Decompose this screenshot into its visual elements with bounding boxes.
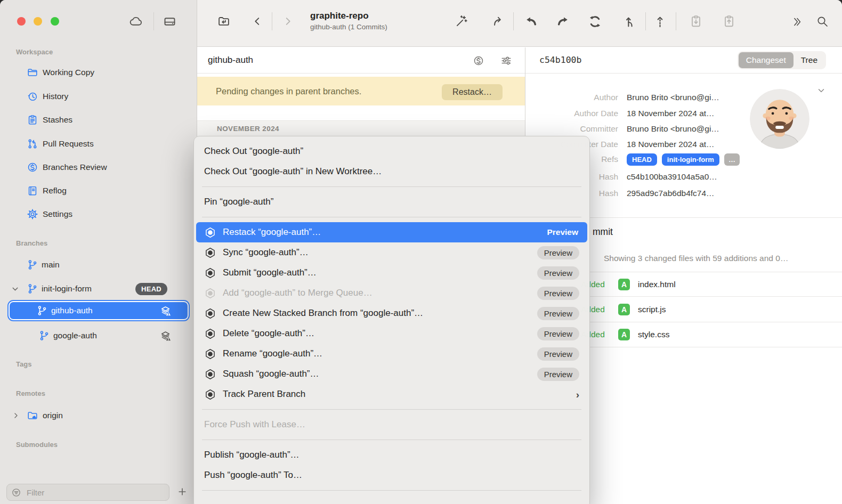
menu-item-track-parent[interactable]: Track Parent Branch ›	[194, 384, 589, 404]
chevron-left-icon	[252, 15, 263, 27]
graphite-icon	[204, 368, 216, 380]
remote-row-origin[interactable]: origin	[0, 405, 197, 426]
menu-item-checkout[interactable]: Check Out “google-auth”	[194, 141, 589, 161]
sync-arrows-icon	[588, 15, 602, 28]
restack-button[interactable]: Restack…	[442, 84, 503, 100]
push-button[interactable]	[555, 13, 571, 29]
fetch-button[interactable]	[587, 13, 603, 29]
disclosure-chevron-down-icon[interactable]	[11, 284, 20, 294]
menu-item-create-stacked-branch[interactable]: Create New Stacked Branch from “google-a…	[194, 303, 589, 323]
new-branch-button[interactable]	[622, 13, 638, 29]
filter-options-icon[interactable]	[500, 55, 512, 67]
menu-item-publish[interactable]: Publish “google-auth”…	[194, 445, 589, 465]
zoom-button[interactable]	[51, 17, 59, 26]
sidebar-item-history[interactable]: History	[0, 86, 197, 107]
preview-badge: Preview	[537, 307, 579, 320]
sidebar-item-working-copy[interactable]: Working Copy	[0, 62, 197, 83]
branch-row-github-auth-selected[interactable]: github-auth	[9, 301, 189, 320]
section-header-remotes: Remotes	[16, 389, 45, 397]
branches-review-icon[interactable]	[473, 55, 484, 67]
branch-row-init-login-form[interactable]: init-login-form HEAD	[0, 279, 197, 299]
search-icon	[816, 15, 829, 28]
pull-request-icon	[27, 138, 38, 150]
menu-item-restack[interactable]: Restack “google-auth”… Preview	[196, 222, 587, 242]
sidebar-item-reflog[interactable]: Reflog	[0, 181, 197, 201]
graphite-icon	[204, 348, 216, 360]
add-repo-button[interactable]	[174, 484, 190, 500]
rebase-button[interactable]	[652, 13, 668, 29]
sidebar-item-settings[interactable]: Settings	[0, 204, 197, 224]
git-branch-icon	[38, 330, 50, 342]
tab-tree[interactable]: Tree	[794, 52, 825, 68]
stash-button[interactable]	[688, 13, 704, 29]
menu-item-checkout-worktree[interactable]: Check Out “google-auth” in New Worktree…	[194, 161, 589, 182]
menu-item-push-to[interactable]: Push “google-auth” To…	[194, 465, 589, 485]
clipboard-list-icon	[27, 114, 38, 126]
graphite-icon	[204, 328, 216, 340]
repo-folder-icon	[217, 14, 231, 28]
menu-item-squash[interactable]: Squash “google-auth”… Preview	[194, 364, 589, 384]
search-button[interactable]	[814, 13, 830, 29]
collapse-details-chevron-icon[interactable]	[816, 86, 826, 95]
ref-more-pill[interactable]: …	[724, 153, 740, 166]
disclosure-chevron-right-icon[interactable]	[12, 411, 20, 420]
ref-pill-head[interactable]: HEAD	[627, 153, 657, 166]
menu-item-sync[interactable]: Sync “google-auth”… Preview	[194, 242, 589, 263]
apply-stash-button[interactable]	[721, 13, 737, 29]
open-repo-button[interactable]	[216, 13, 232, 29]
menu-item-pin[interactable]: Pin “google-auth”	[194, 192, 589, 212]
folder-cloud-icon	[27, 410, 38, 421]
tab-changeset[interactable]: Changeset	[739, 52, 794, 68]
checkout-button[interactable]	[490, 13, 506, 29]
submenu-chevron-icon: ›	[576, 389, 579, 400]
preview-badge: Preview	[537, 327, 579, 340]
author-avatar	[750, 89, 809, 149]
gear-icon	[27, 208, 38, 220]
close-button[interactable]	[17, 17, 26, 26]
section-header-submodules: Submodules	[16, 441, 58, 449]
stack-warning-icon	[159, 305, 172, 317]
more-toolbar-button[interactable]	[789, 14, 805, 30]
head-badge: HEAD	[135, 283, 167, 295]
back-button[interactable]	[249, 13, 265, 29]
preview-badge: Preview	[537, 287, 579, 300]
branch-row-main[interactable]: main	[0, 255, 197, 275]
graphite-icon	[204, 226, 216, 239]
filter-input[interactable]	[26, 487, 148, 498]
avatar-illustration	[750, 89, 809, 149]
stack-warning-icon	[159, 330, 172, 342]
sidebar-item-stashes[interactable]: Stashes	[0, 110, 197, 130]
git-branch-icon	[27, 259, 38, 271]
quick-launch-button[interactable]	[454, 13, 469, 29]
review-circle-icon	[27, 161, 38, 173]
sidebar-item-pull-requests[interactable]: Pull Requests	[0, 134, 197, 154]
git-branch-icon	[36, 305, 48, 316]
preview-badge: Preview	[537, 347, 579, 361]
forward-button[interactable]	[280, 13, 296, 29]
commit-group-header: NOVEMBER 2024	[197, 120, 525, 136]
local-repos-button[interactable]	[161, 13, 177, 29]
section-header-branches: Branches	[16, 239, 47, 247]
window-subtitle: github-auth (1 Commits)	[310, 23, 387, 31]
pull-arrow-icon	[524, 15, 538, 28]
pull-button[interactable]	[523, 13, 539, 29]
separator	[202, 440, 581, 440]
separator	[272, 12, 272, 30]
menu-item-submit[interactable]: Submit “google-auth”… Preview	[194, 263, 589, 283]
minimize-button[interactable]	[34, 17, 42, 26]
cloud-sync-button[interactable]	[128, 13, 144, 29]
git-branch-icon	[27, 283, 38, 295]
ref-pill-init-login-form[interactable]: init-login-form	[662, 153, 719, 166]
separator	[645, 12, 646, 30]
preview-badge: Preview	[537, 266, 579, 280]
menu-item-add-merge-queue: Add “google-auth” to Merge Queue… Previe…	[194, 283, 589, 303]
filter-field[interactable]	[6, 484, 169, 501]
branch-row-google-auth[interactable]: google-auth	[0, 326, 197, 346]
menu-item-rename[interactable]: Rename “google-auth”… Preview	[194, 344, 589, 364]
chevron-right-icon	[282, 15, 294, 27]
menu-item-delete[interactable]: Delete “google-auth”… Preview	[194, 323, 589, 344]
separator	[676, 12, 676, 30]
clipboard-up-icon	[722, 14, 736, 28]
sidebar-item-branches-review[interactable]: Branches Review	[0, 157, 197, 177]
separator	[202, 186, 581, 187]
